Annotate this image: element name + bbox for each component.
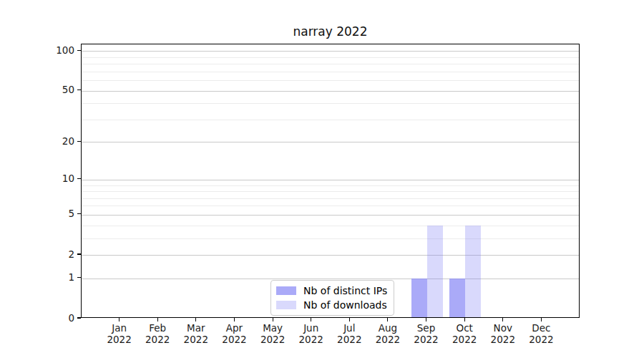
legend: Nb of distinct IPs Nb of downloads <box>270 280 394 316</box>
legend-item-distinct-ips: Nb of distinct IPs <box>276 284 387 296</box>
minor-gridline <box>82 191 579 192</box>
bar-downloads <box>427 226 443 318</box>
y-tick-mark <box>77 178 81 179</box>
y-tick-mark <box>77 253 81 254</box>
x-tick-mark <box>426 318 426 321</box>
chart-figure: narray 2022 0125102050100Jan 2022Feb 202… <box>0 0 644 358</box>
legend-label-distinct-ips: Nb of distinct IPs <box>303 285 387 296</box>
minor-gridline <box>82 80 579 81</box>
minor-gridline <box>82 103 579 104</box>
chart-title: narray 2022 <box>81 24 580 39</box>
y-tick-label: 5 <box>31 208 74 220</box>
major-gridline <box>82 91 579 92</box>
y-tick-label: 0 <box>31 312 74 324</box>
bar-downloads <box>465 226 481 318</box>
y-tick-mark <box>77 90 81 90</box>
plot-area <box>81 44 580 318</box>
bar-distinct-ips <box>449 279 465 318</box>
x-tick-mark <box>157 318 158 321</box>
major-gridline <box>82 142 579 142</box>
x-tick-mark <box>349 318 350 321</box>
y-tick-mark <box>77 50 81 51</box>
minor-gridline <box>82 120 579 120</box>
major-gridline <box>82 255 579 256</box>
y-tick-mark <box>77 317 81 318</box>
x-tick-mark <box>195 318 196 321</box>
major-gridline <box>82 215 579 216</box>
minor-gridline <box>82 72 579 72</box>
major-gridline <box>82 51 579 52</box>
minor-gridline <box>82 205 579 206</box>
legend-swatch-downloads <box>276 301 296 309</box>
legend-swatch-distinct-ips <box>276 286 296 295</box>
major-gridline <box>82 279 579 279</box>
y-tick-label: 1 <box>31 271 74 284</box>
y-tick-mark <box>77 141 81 142</box>
bar-distinct-ips <box>411 279 427 318</box>
x-tick-label: Dec 2022 <box>518 322 564 345</box>
x-tick-mark <box>311 318 311 321</box>
x-tick-mark <box>119 318 119 321</box>
y-tick-label: 100 <box>31 44 74 57</box>
x-tick-mark <box>464 318 465 321</box>
minor-gridline <box>82 226 579 226</box>
x-tick-mark <box>541 318 542 321</box>
minor-gridline <box>82 238 579 239</box>
y-tick-label: 2 <box>31 248 74 261</box>
minor-gridline <box>82 57 579 58</box>
y-tick-mark <box>77 277 81 278</box>
major-gridline <box>82 180 579 180</box>
legend-label-downloads: Nb of downloads <box>303 299 387 311</box>
y-tick-mark <box>77 213 81 214</box>
minor-gridline <box>82 198 579 199</box>
legend-item-downloads: Nb of downloads <box>276 299 387 311</box>
y-tick-label: 20 <box>31 135 74 147</box>
x-tick-mark <box>273 318 273 321</box>
x-tick-mark <box>234 318 235 321</box>
minor-gridline <box>82 185 579 186</box>
x-tick-mark <box>502 318 503 321</box>
x-tick-mark <box>387 318 388 321</box>
minor-gridline <box>82 64 579 64</box>
y-tick-label: 50 <box>31 84 74 96</box>
y-tick-label: 10 <box>31 173 74 185</box>
